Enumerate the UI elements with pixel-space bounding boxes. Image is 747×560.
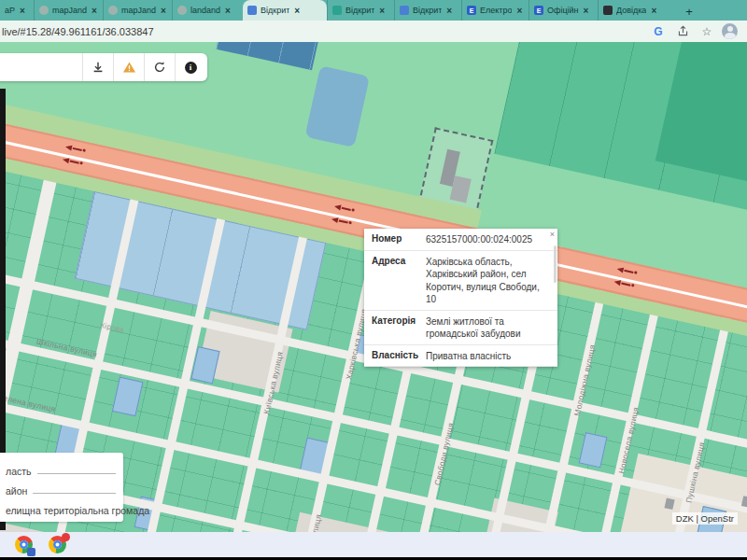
tab-label: Електро <box>480 6 512 15</box>
region-selector-panel: ласть айон елищна територіальна громада <box>0 453 123 522</box>
tab-label: mapJand <box>121 6 156 15</box>
map-gray-patch <box>0 521 65 532</box>
tab-label: mapJand <box>52 6 87 15</box>
profile-avatar[interactable] <box>722 23 738 39</box>
screen: аР × mapJand × mapJand × landand × Відкр… <box>0 0 747 560</box>
google-icon[interactable]: G <box>649 22 668 41</box>
refresh-button[interactable] <box>144 53 175 81</box>
search-input[interactable] <box>0 55 82 79</box>
tab-label: Офіційн <box>547 6 579 15</box>
one-way-arrows <box>613 265 638 293</box>
browser-tab[interactable]: mapJand × <box>34 0 103 21</box>
field-label: Категорія <box>372 315 426 341</box>
region-hromada-field[interactable]: елищна територіальна громада <box>6 499 116 516</box>
region-oblast-input[interactable] <box>37 473 117 474</box>
tab-close-icon[interactable]: × <box>224 6 232 16</box>
tab-close-icon[interactable]: × <box>91 6 98 16</box>
bookmark-star-icon[interactable]: ☆ <box>698 22 716 41</box>
download-button[interactable] <box>82 53 113 81</box>
browser-tab-active[interactable]: Відкрит × <box>243 0 327 21</box>
region-raion-input[interactable] <box>33 493 116 494</box>
browser-tab[interactable]: E Електро × <box>461 0 529 21</box>
browser-tab-bar: аР × mapJand × mapJand × landand × Відкр… <box>0 0 747 21</box>
tab-close-icon[interactable]: × <box>515 6 523 16</box>
field-label: Номер <box>372 233 426 246</box>
region-raion-field[interactable]: айон <box>6 480 116 497</box>
url-text[interactable]: live/#15.28/49.961161/36.033847 <box>2 26 649 37</box>
map-attribution-link[interactable]: DZK | OpenStr <box>672 512 738 525</box>
map-favicon <box>400 6 409 15</box>
tab-close-icon[interactable]: × <box>583 6 590 16</box>
tab-label: аР <box>5 6 15 15</box>
parcel-info-popup: × Номер 6325157000:00:024:0025 Адреса Ха… <box>364 229 557 367</box>
region-oblast-label: ласть <box>6 466 32 477</box>
tab-label: Довідка <box>616 6 646 15</box>
map-building <box>450 175 472 203</box>
taskbar <box>0 532 747 557</box>
one-way-arrows <box>61 143 86 171</box>
map-building <box>741 496 747 508</box>
map-blue-parcel <box>579 432 608 468</box>
globe-favicon <box>177 6 187 15</box>
region-oblast-field[interactable]: ласть <box>6 460 116 477</box>
globe-favicon <box>39 6 49 15</box>
map-search-toolbar: i <box>0 53 207 81</box>
popup-scrollbar[interactable] <box>554 245 557 283</box>
map-dark-blue-parcels <box>216 42 331 70</box>
tab-close-icon[interactable]: × <box>19 6 26 16</box>
e-favicon: E <box>534 6 543 15</box>
street-label: Свободи вулиця <box>432 422 456 486</box>
warning-button[interactable] <box>113 53 144 81</box>
dark-favicon <box>603 6 613 15</box>
browser-tab[interactable]: Довідка × <box>598 0 672 21</box>
share-icon[interactable] <box>673 22 692 41</box>
field-value: Землі житлової та громадської забудови <box>426 315 550 341</box>
map-blue-parcel <box>112 377 144 417</box>
map-favicon <box>332 6 342 15</box>
tab-close-icon[interactable]: × <box>650 6 657 16</box>
map-favicon <box>247 6 257 15</box>
popup-row-ownership: Власність Приватна власність <box>364 345 557 368</box>
browser-tab[interactable]: landand × <box>172 0 243 21</box>
taskbar-browser-icon[interactable] <box>15 536 34 554</box>
tab-label: Відкрит <box>413 6 442 15</box>
globe-favicon <box>108 6 118 15</box>
field-label: Адреса <box>372 256 426 306</box>
browser-tab[interactable]: Відкрит × <box>394 0 461 21</box>
app-badge <box>27 548 35 556</box>
browser-tab[interactable]: E Офіційн × <box>529 0 598 21</box>
tab-close-icon[interactable]: × <box>445 6 453 16</box>
field-value: 6325157000:00:024:0025 <box>426 233 550 246</box>
tab-close-icon[interactable]: × <box>378 6 386 16</box>
region-raion-label: айон <box>6 485 27 497</box>
tab-label: landand <box>190 6 220 15</box>
browser-address-bar[interactable]: live/#15.28/49.961161/36.033847 G ☆ <box>0 21 747 42</box>
field-label: Власність <box>372 350 426 363</box>
popup-close-icon[interactable]: × <box>550 230 555 239</box>
field-value: Приватна власність <box>426 350 550 363</box>
browser-tab[interactable]: mapJand × <box>103 0 172 21</box>
browser-tab[interactable]: Відкрит × <box>327 0 394 21</box>
info-button[interactable]: i <box>175 53 205 81</box>
tab-label: Відкрит <box>345 6 374 15</box>
tab-label: Відкрит <box>261 6 289 15</box>
notification-badge <box>62 533 70 541</box>
map-water <box>304 65 370 147</box>
info-icon: i <box>185 62 197 74</box>
region-hromada-label: елищна територіальна громада <box>6 505 149 516</box>
one-way-arrows <box>330 203 355 231</box>
tab-close-icon[interactable]: × <box>293 6 301 16</box>
map-gray-patch <box>288 512 400 532</box>
popup-row-category: Категорія Землі житлової та громадської … <box>364 311 557 345</box>
e-favicon: E <box>467 6 476 15</box>
field-value: Харківська область, Харківський район, с… <box>426 256 550 306</box>
tab-close-icon[interactable]: × <box>160 6 167 16</box>
popup-row-number: Номер 6325157000:00:024:0025 <box>364 229 557 251</box>
browser-tab[interactable]: аР × <box>0 0 34 21</box>
new-tab-button[interactable]: + <box>680 2 698 21</box>
popup-row-address: Адреса Харківська область, Харківський р… <box>364 251 557 311</box>
taskbar-browser-icon-2[interactable] <box>49 536 67 554</box>
cadastral-map[interactable]: Шкільна вулиця Зелена вулиця Кірова Київ… <box>0 42 747 532</box>
